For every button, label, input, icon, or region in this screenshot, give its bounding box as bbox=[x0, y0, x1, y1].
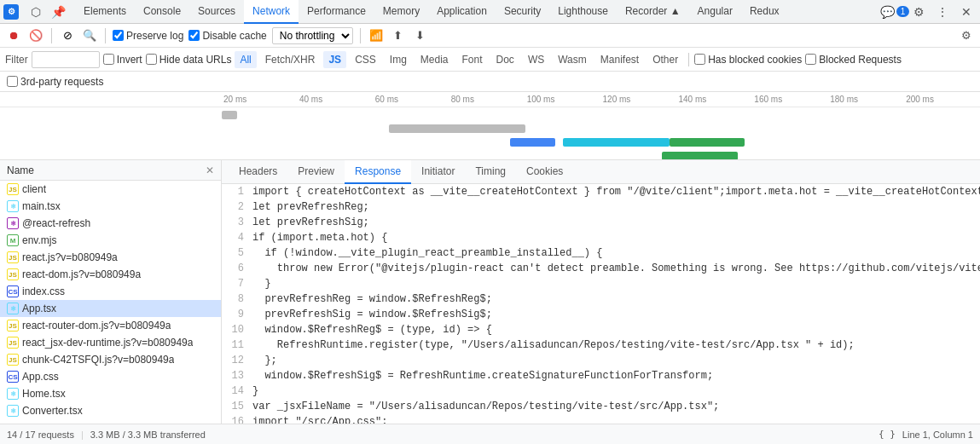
line-code: if (import.meta.hot) { bbox=[252, 230, 980, 245]
upload-icon[interactable]: ⬆ bbox=[390, 27, 407, 44]
file-name-react-refresh: @react-refresh bbox=[22, 217, 90, 229]
file-list: Name ✕ JS client ⚛ main.tsx ⚛ @react-ref… bbox=[0, 160, 222, 424]
file-name-app-tsx: App.tsx bbox=[22, 303, 56, 314]
filter-btn-other[interactable]: Other bbox=[647, 51, 683, 68]
tab-preview[interactable]: Preview bbox=[287, 160, 345, 184]
tab-headers[interactable]: Headers bbox=[229, 160, 287, 184]
tab-response[interactable]: Response bbox=[345, 160, 411, 184]
ruler-mark-1: 20 ms bbox=[222, 95, 298, 104]
close-file-panel-icon[interactable]: ✕ bbox=[206, 164, 214, 176]
tab-console[interactable]: Console bbox=[135, 0, 189, 24]
third-party-checkbox[interactable] bbox=[7, 76, 18, 87]
clear-button[interactable]: 🚫 bbox=[27, 27, 44, 44]
disable-cache-checkbox[interactable] bbox=[188, 30, 200, 41]
record-button[interactable]: ⏺ bbox=[5, 27, 22, 44]
file-item-app-tsx[interactable]: ⚛ App.tsx bbox=[0, 300, 221, 317]
file-item-index-css[interactable]: CS index.css bbox=[0, 283, 221, 300]
has-blocked-cookies-checkbox[interactable] bbox=[694, 54, 705, 65]
tab-application[interactable]: Application bbox=[428, 0, 496, 24]
hide-data-urls-label[interactable]: Hide data URLs bbox=[146, 54, 232, 66]
blocked-requests-label[interactable]: Blocked Requests bbox=[805, 54, 902, 66]
preserve-log-checkbox[interactable] bbox=[113, 30, 124, 41]
file-item-react-dom[interactable]: JS react-dom.js?v=b080949a bbox=[0, 266, 221, 283]
filter-btn-css[interactable]: CSS bbox=[350, 51, 381, 68]
filter-btn-all[interactable]: All bbox=[235, 51, 256, 68]
line-number: 9 bbox=[222, 307, 252, 322]
preserve-log-label[interactable]: Preserve log bbox=[113, 30, 183, 42]
tab-cookies[interactable]: Cookies bbox=[516, 160, 573, 184]
notifications-icon[interactable]: 💬1 bbox=[884, 2, 905, 22]
file-item-react-router[interactable]: JS react-router-dom.js?v=b080949a bbox=[0, 317, 221, 334]
file-icon-js-6: JS bbox=[7, 354, 19, 366]
file-item-react-refresh[interactable]: ⚛ @react-refresh bbox=[0, 215, 221, 232]
file-item-home[interactable]: ⚛ Home.tsx bbox=[0, 385, 221, 402]
tab-memory[interactable]: Memory bbox=[374, 0, 428, 24]
disable-cache-label[interactable]: Disable cache bbox=[188, 30, 266, 42]
wifi-icon[interactable]: 📶 bbox=[368, 27, 385, 44]
file-icon-css-2: CS bbox=[7, 371, 19, 383]
pin-icon[interactable]: 📌 bbox=[48, 2, 68, 22]
search-icon-button[interactable]: 🔍 bbox=[81, 27, 98, 44]
has-blocked-cookies-label[interactable]: Has blocked cookies bbox=[694, 54, 802, 66]
tab-lighthouse[interactable]: Lighthouse bbox=[549, 0, 617, 24]
filter-bar: Filter Invert Hide data URLs All Fetch/X… bbox=[0, 48, 980, 72]
code-line: 7 } bbox=[222, 276, 980, 291]
filter-btn-font[interactable]: Font bbox=[457, 51, 488, 68]
line-number: 6 bbox=[222, 261, 252, 276]
tab-recorder[interactable]: Recorder ▲ bbox=[617, 0, 689, 24]
file-item-chunk[interactable]: JS chunk-C42TSFQI.js?v=b080949a bbox=[0, 351, 221, 368]
file-item-client[interactable]: JS client bbox=[0, 181, 221, 198]
file-name-main: main.tsx bbox=[22, 200, 61, 212]
filter-btn-js[interactable]: JS bbox=[323, 51, 346, 68]
code-line: 4if (import.meta.hot) { bbox=[222, 230, 980, 245]
tab-redux[interactable]: Redux bbox=[741, 0, 788, 24]
tab-security[interactable]: Security bbox=[496, 0, 549, 24]
hide-data-urls-checkbox[interactable] bbox=[146, 54, 157, 65]
file-icon-jsx: ⚛ bbox=[7, 200, 19, 212]
third-party-label[interactable]: 3rd-party requests bbox=[7, 76, 103, 88]
toolbar-separator-3 bbox=[360, 28, 361, 43]
more-options-icon[interactable]: ⋮ bbox=[932, 2, 953, 22]
code-content[interactable]: 1import { createHotContext as __vite__cr… bbox=[222, 184, 980, 424]
filter-btn-ws[interactable]: WS bbox=[523, 51, 549, 68]
tab-initiator[interactable]: Initiator bbox=[411, 160, 465, 184]
dock-icon[interactable]: ⬡ bbox=[26, 2, 46, 22]
blocked-requests-checkbox[interactable] bbox=[805, 54, 816, 65]
file-name-converter: Converter.tsx bbox=[22, 405, 83, 417]
settings-gear-icon[interactable]: ⚙ bbox=[958, 27, 975, 44]
code-line: 1import { createHotContext as __vite__cr… bbox=[222, 184, 980, 199]
code-line: 15var _jsxFileName = "/Users/alisaduncan… bbox=[222, 399, 980, 414]
tab-timing[interactable]: Timing bbox=[465, 160, 516, 184]
file-icon-jsx-4: ⚛ bbox=[7, 405, 19, 417]
file-item-converter[interactable]: ⚛ Converter.tsx bbox=[0, 402, 221, 419]
filter-btn-media[interactable]: Media bbox=[415, 51, 454, 68]
tab-sources[interactable]: Sources bbox=[189, 0, 244, 24]
file-item-react-jsx-dev[interactable]: JS react_jsx-dev-runtime.js?v=b080949a bbox=[0, 334, 221, 351]
filter-input[interactable] bbox=[32, 51, 100, 68]
brace-icon[interactable]: { } bbox=[879, 429, 896, 440]
tab-performance[interactable]: Performance bbox=[299, 0, 374, 24]
settings-icon[interactable]: ⚙ bbox=[908, 2, 929, 22]
invert-checkbox[interactable] bbox=[103, 54, 114, 65]
invert-label[interactable]: Invert bbox=[103, 54, 142, 66]
filter-btn-img[interactable]: Img bbox=[385, 51, 412, 68]
file-item-main[interactable]: ⚛ main.tsx bbox=[0, 198, 221, 215]
file-item-app-css[interactable]: CS App.css bbox=[0, 368, 221, 385]
throttle-select[interactable]: No throttling bbox=[272, 27, 353, 44]
filter-btn-manifest[interactable]: Manifest bbox=[595, 51, 644, 68]
code-line: 12 }; bbox=[222, 353, 980, 368]
filter-btn-fetchxhr[interactable]: Fetch/XHR bbox=[260, 51, 321, 68]
line-number: 4 bbox=[222, 230, 252, 245]
download-icon[interactable]: ⬇ bbox=[412, 27, 429, 44]
tab-network[interactable]: Network bbox=[244, 0, 299, 24]
line-code: let prevRefreshReg; bbox=[252, 199, 980, 215]
tab-elements[interactable]: Elements bbox=[75, 0, 135, 24]
file-item-react[interactable]: JS react.js?v=b080949a bbox=[0, 249, 221, 266]
filter-btn-doc[interactable]: Doc bbox=[491, 51, 519, 68]
file-item-env[interactable]: M env.mjs bbox=[0, 232, 221, 249]
filter-icon-button[interactable]: ⊘ bbox=[59, 27, 76, 44]
line-number: 13 bbox=[222, 368, 252, 383]
close-devtools-button[interactable]: ✕ bbox=[956, 2, 977, 22]
filter-btn-wasm[interactable]: Wasm bbox=[553, 51, 592, 68]
tab-angular[interactable]: Angular bbox=[689, 0, 741, 24]
